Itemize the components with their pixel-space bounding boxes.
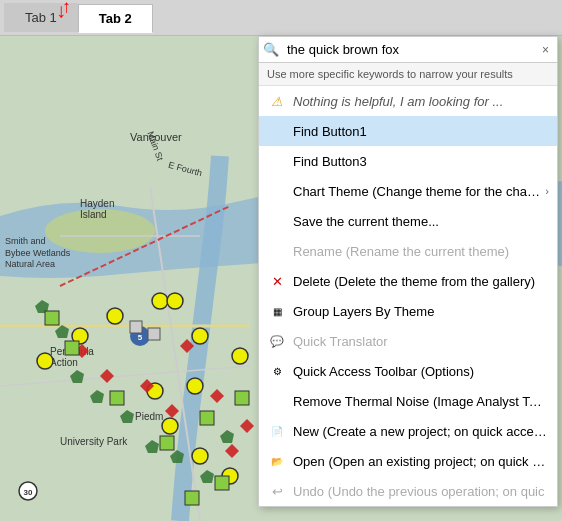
menu-item-undo-disabled-label: Undo (Undo the previous operation; on qu… <box>293 484 549 499</box>
undo-disabled-icon: ↩ <box>267 481 287 501</box>
find-button3-icon <box>267 151 287 171</box>
chart-theme-arrow: › <box>545 185 549 197</box>
menu-item-quick-access-toolbar-label: Quick Access Toolbar (Options) <box>293 364 549 379</box>
group-layers-icon: ▦ <box>267 301 287 321</box>
menu-item-warning[interactable]: ⚠ Nothing is helpful, I am looking for .… <box>259 86 557 116</box>
tab-2[interactable]: Tab 2 <box>78 4 153 33</box>
menu-item-delete-label: Delete (Delete the theme from the galler… <box>293 274 549 289</box>
map-label-smith: Smith andBybee WetlandsNatural Area <box>5 236 70 271</box>
remove-thermal-noise-icon <box>267 391 287 411</box>
menu-item-open-project[interactable]: 📂 Open (Open an existing project; on qui… <box>259 446 557 476</box>
dropdown-scroll[interactable]: ⚠ Nothing is helpful, I am looking for .… <box>259 86 557 506</box>
menu-item-find-button3[interactable]: Find Button3 <box>259 146 557 176</box>
delete-icon: ✕ <box>267 271 287 291</box>
chart-theme-icon <box>267 181 287 201</box>
map-label-piedmont: Piedm <box>135 411 163 422</box>
open-project-icon: 📂 <box>267 451 287 471</box>
menu-item-find-button1-label: Find Button1 <box>293 124 549 139</box>
new-project-icon: 📄 <box>267 421 287 441</box>
search-icon: 🔍 <box>263 42 279 57</box>
svg-text:30: 30 <box>24 488 33 497</box>
menu-item-group-layers[interactable]: ▦ Group Layers By Theme <box>259 296 557 326</box>
menu-item-group-layers-label: Group Layers By Theme <box>293 304 549 319</box>
tab-bar: Tab 1 Tab 2 ↓ <box>0 0 562 36</box>
map-label-peninsula: PeninsulaAction <box>50 346 94 368</box>
find-button1-icon <box>267 121 287 141</box>
menu-item-undo-disabled: ↩ Undo (Undo the previous operation; on … <box>259 476 557 506</box>
tab-1[interactable]: Tab 1 <box>4 3 78 32</box>
menu-item-quick-access-toolbar[interactable]: ⚙ Quick Access Toolbar (Options) <box>259 356 557 386</box>
quick-access-toolbar-icon: ⚙ <box>267 361 287 381</box>
svg-text:5: 5 <box>138 333 143 342</box>
menu-item-save-theme-label: Save the current theme... <box>293 214 549 229</box>
save-theme-icon <box>267 211 287 231</box>
search-input[interactable]: the quick brown fox <box>283 39 534 60</box>
warning-icon: ⚠ <box>267 91 287 111</box>
menu-item-remove-thermal-noise[interactable]: Remove Thermal Noise (Image Analyst Tool… <box>259 386 557 416</box>
menu-item-rename: Rename (Rename the current theme) <box>259 236 557 266</box>
menu-item-save-theme[interactable]: Save the current theme... <box>259 206 557 236</box>
menu-item-find-button1[interactable]: Find Button1 <box>259 116 557 146</box>
menu-item-remove-thermal-noise-label: Remove Thermal Noise (Image Analyst Tool… <box>293 394 549 409</box>
quick-translator-icon: 💬 <box>267 331 287 351</box>
menu-item-quick-translator-label: Quick Translator <box>293 334 549 349</box>
search-input-row: 🔍 the quick brown fox × <box>259 37 557 63</box>
search-hint: Use more specific keywords to narrow you… <box>259 63 557 86</box>
menu-item-chart-theme-label: Chart Theme (Change theme for the chart.… <box>293 184 541 199</box>
menu-item-new-project-label: New (Create a new project; on quick acce… <box>293 424 549 439</box>
menu-item-new-project[interactable]: 📄 New (Create a new project; on quick ac… <box>259 416 557 446</box>
menu-item-warning-label: Nothing is helpful, I am looking for ... <box>293 94 549 109</box>
menu-item-quick-translator: 💬 Quick Translator <box>259 326 557 356</box>
menu-item-delete[interactable]: ✕ Delete (Delete the theme from the gall… <box>259 266 557 296</box>
map-label-hayden: HaydenIsland <box>80 198 114 220</box>
menu-item-rename-label: Rename (Rename the current theme) <box>293 244 549 259</box>
clear-button[interactable]: × <box>538 41 553 59</box>
search-dropdown: 🔍 the quick brown fox × Use more specifi… <box>258 36 558 507</box>
menu-item-find-button3-label: Find Button3 <box>293 154 549 169</box>
menu-item-open-project-label: Open (Open an existing project; on quick… <box>293 454 549 469</box>
menu-item-chart-theme[interactable]: Chart Theme (Change theme for the chart.… <box>259 176 557 206</box>
map-label-university: University Park <box>60 436 127 447</box>
rename-icon <box>267 241 287 261</box>
